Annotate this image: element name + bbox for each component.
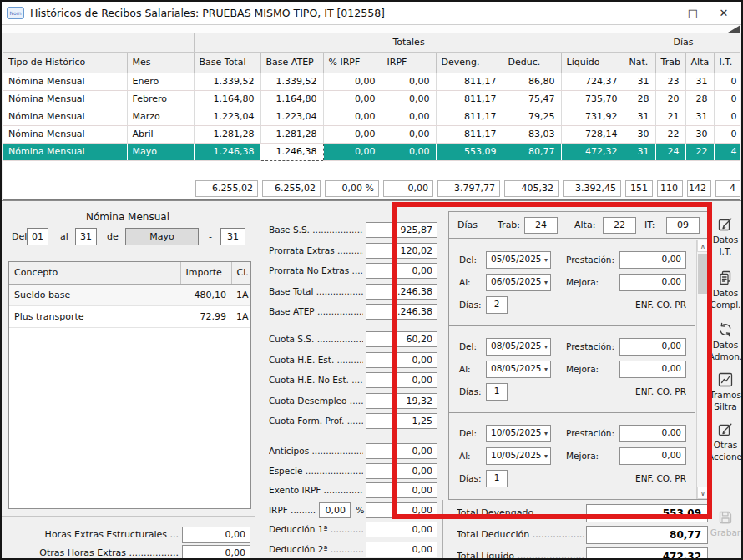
trab-days-field[interactable]: 24 xyxy=(524,217,558,234)
grid-cell[interactable]: 811,17 xyxy=(436,90,503,108)
grid-cell[interactable]: 79,25 xyxy=(503,108,561,125)
grid-cell[interactable]: 28 xyxy=(624,90,655,108)
grid-cell[interactable]: Nómina Mensual xyxy=(3,90,127,108)
grid-cell[interactable]: 553,09 xyxy=(436,143,503,160)
del-date-field[interactable]: 10/05/2025▾ xyxy=(486,425,551,442)
dias-count-field[interactable]: 1 xyxy=(486,470,508,487)
amount-field[interactable]: 0,00 xyxy=(366,463,437,479)
it-scrollbar[interactable]: ∧ ∨ xyxy=(696,240,709,499)
grid-cell[interactable]: 0,00 xyxy=(323,108,382,125)
concept-cell[interactable]: 1A xyxy=(231,305,250,327)
prestacion-field[interactable]: 0,00 xyxy=(619,425,686,442)
grid-cell[interactable]: 811,17 xyxy=(436,108,503,125)
history-row[interactable]: Nómina MensualMarzo1.223,041.223,040,000… xyxy=(3,108,740,125)
grid-cell[interactable]: 31 xyxy=(624,73,655,90)
grid-cell[interactable]: Enero xyxy=(127,73,194,90)
grid-cell[interactable]: 1.339,52 xyxy=(260,73,323,90)
grid-cell[interactable]: Nómina Mensual xyxy=(3,143,127,160)
grid-cell[interactable]: Mayo xyxy=(127,143,194,160)
grid-cell[interactable]: 0,00 xyxy=(323,90,382,108)
grid-cell[interactable]: 0,00 xyxy=(323,143,382,160)
prestacion-field[interactable]: 0,00 xyxy=(619,251,686,269)
al-date-field[interactable]: 06/05/2025▾ xyxy=(486,274,551,291)
grid-cell[interactable]: 30 xyxy=(685,125,714,143)
grid-cell[interactable]: Nómina Mensual xyxy=(3,108,127,125)
grid-cell[interactable]: 811,17 xyxy=(436,73,503,90)
grid-cell[interactable]: 0,00 xyxy=(382,125,436,143)
grid-cell[interactable]: 0,00 xyxy=(382,90,436,108)
grid-cell[interactable]: 0,00 xyxy=(323,125,382,143)
amount-field[interactable]: 1.246,38 xyxy=(366,304,437,320)
grid-cell[interactable]: 31 xyxy=(624,108,655,125)
al-date-field[interactable]: 08/05/2025▾ xyxy=(486,361,551,378)
alta-days-field[interactable]: 22 xyxy=(603,217,636,234)
grid-cell[interactable]: 0,00 xyxy=(382,73,436,90)
dias-count-field[interactable]: 2 xyxy=(486,296,508,314)
amount-field[interactable]: 0,00 xyxy=(366,352,437,368)
dias-count-field[interactable]: 1 xyxy=(486,383,508,401)
amount-field[interactable]: 0,00 xyxy=(366,372,437,388)
del-date-field[interactable]: 08/05/2025▾ xyxy=(486,338,551,356)
sidebar-button-datos-compl[interactable]: Datos Compl. xyxy=(708,270,743,310)
mejora-field[interactable]: 0,00 xyxy=(619,361,686,378)
month-select[interactable]: Mayo xyxy=(125,228,199,245)
grid-cell[interactable]: 86,80 xyxy=(503,73,561,90)
grid-cell[interactable]: 1.223,04 xyxy=(260,108,323,125)
concept-cell[interactable]: 480,10 xyxy=(180,284,231,305)
grid-cell[interactable]: Nómina Mensual xyxy=(3,125,127,143)
concept-cell[interactable]: Sueldo base xyxy=(9,284,180,305)
concept-row[interactable]: Plus transporte72,991A xyxy=(9,305,250,327)
scroll-down-button[interactable]: ∨ xyxy=(697,487,709,499)
grid-cell[interactable]: 731,92 xyxy=(561,108,624,125)
concept-cell[interactable]: 1A xyxy=(231,284,250,305)
concept-cell[interactable]: Plus transporte xyxy=(9,305,180,327)
it-days-field[interactable]: 09 xyxy=(666,217,700,234)
amount-field[interactable]: 0,00 xyxy=(366,443,437,459)
grid-cell[interactable]: 0,00 xyxy=(323,73,382,90)
grid-cell[interactable]: 0,00 xyxy=(382,108,436,125)
grid-cell[interactable]: 31 xyxy=(685,73,714,90)
sidebar-button-tramos-siltra[interactable]: Tramos Siltra xyxy=(708,371,743,412)
amount-field[interactable]: 925,87 xyxy=(366,222,437,238)
amount-field[interactable]: 1.246,38 xyxy=(366,284,437,300)
grid-cell[interactable]: 31 xyxy=(685,108,714,125)
grid-cell[interactable]: 728,14 xyxy=(561,125,624,143)
scroll-thumb[interactable] xyxy=(698,254,708,294)
al-date-field[interactable]: 10/05/2025▾ xyxy=(486,447,551,465)
sidebar-button-otras-acciones[interactable]: Otras Acciones xyxy=(708,421,743,462)
grid-cell[interactable]: 1.164,80 xyxy=(194,90,260,108)
grid-cell[interactable]: 4 xyxy=(714,143,740,160)
history-row[interactable]: Nómina MensualEnero1.339,521.339,520,000… xyxy=(3,73,740,90)
grid-cell[interactable]: 1.281,28 xyxy=(260,125,323,143)
amount-field[interactable]: 120,02 xyxy=(366,243,437,259)
grid-cell[interactable]: 0,00 xyxy=(382,143,436,160)
amount-field[interactable]: 0,00 xyxy=(366,482,437,498)
history-row[interactable]: Nómina MensualAbril1.281,281.281,280,000… xyxy=(3,125,740,143)
grid-cell[interactable]: 0 xyxy=(714,90,740,108)
grid-cell[interactable]: 23 xyxy=(655,73,685,90)
period-from-field[interactable]: 01 xyxy=(27,228,48,245)
grid-cell[interactable]: 22 xyxy=(685,143,714,160)
history-row[interactable]: Nómina MensualFebrero1.164,801.164,800,0… xyxy=(3,90,740,108)
prestacion-field[interactable]: 0,00 xyxy=(619,338,686,356)
grid-cell[interactable]: 1.281,28 xyxy=(194,125,260,143)
grid-cell[interactable]: 0 xyxy=(714,73,740,90)
extra-hours-field[interactable]: 0,00 xyxy=(182,527,250,543)
grid-cell[interactable]: 24 xyxy=(655,143,685,160)
grid-cell[interactable]: 811,17 xyxy=(436,125,503,143)
grid-cell[interactable]: Marzo xyxy=(127,108,194,125)
amount-field[interactable]: 0,00 xyxy=(366,263,437,279)
sidebar-button-grabar[interactable]: Grabar xyxy=(708,509,743,539)
grid-cell[interactable]: 22 xyxy=(655,125,685,143)
grid-cell[interactable]: 1.164,80 xyxy=(260,90,323,108)
sidebar-button-datos-i-t[interactable]: Datos I.T. xyxy=(708,216,743,257)
sidebar-button-datos-admon[interactable]: Datos Admon. xyxy=(708,321,743,362)
grid-cell[interactable]: 31 xyxy=(624,143,655,160)
extra-hours-field[interactable]: 0,00 xyxy=(182,545,250,560)
grid-cell[interactable]: Abril xyxy=(127,125,194,143)
del-date-field[interactable]: 05/05/2025▾ xyxy=(486,251,551,269)
period-to-field[interactable]: 31 xyxy=(75,228,97,245)
amount-field[interactable]: 1,25 xyxy=(366,413,437,429)
grid-cell[interactable]: 30 xyxy=(624,125,655,143)
history-row[interactable]: Nómina MensualMayo1.246,381.246,380,000,… xyxy=(3,143,740,160)
